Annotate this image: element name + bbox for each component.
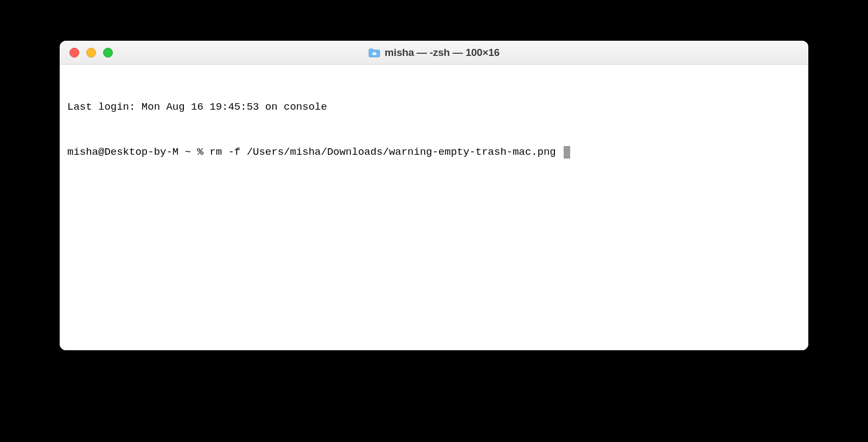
minimize-button[interactable] xyxy=(86,48,96,58)
maximize-button[interactable] xyxy=(103,48,113,58)
terminal-window: misha — -zsh — 100×16 Last login: Mon Au… xyxy=(60,41,808,350)
prompt-text: misha@Desktop-by-M ~ % xyxy=(67,145,209,160)
window-title: misha — -zsh — 100×16 xyxy=(385,47,500,59)
close-button[interactable] xyxy=(69,48,79,58)
traffic-lights xyxy=(69,48,113,58)
prompt-line[interactable]: misha@Desktop-by-M ~ % rm -f /Users/mish… xyxy=(67,145,801,160)
title-wrap: misha — -zsh — 100×16 xyxy=(368,47,500,59)
folder-home-icon xyxy=(368,48,380,58)
terminal-body[interactable]: Last login: Mon Aug 16 19:45:53 on conso… xyxy=(60,65,808,350)
command-text: rm -f /Users/misha/Downloads/warning-emp… xyxy=(209,145,562,160)
output-line: Last login: Mon Aug 16 19:45:53 on conso… xyxy=(67,100,801,115)
titlebar[interactable]: misha — -zsh — 100×16 xyxy=(60,41,808,65)
cursor xyxy=(564,146,570,159)
